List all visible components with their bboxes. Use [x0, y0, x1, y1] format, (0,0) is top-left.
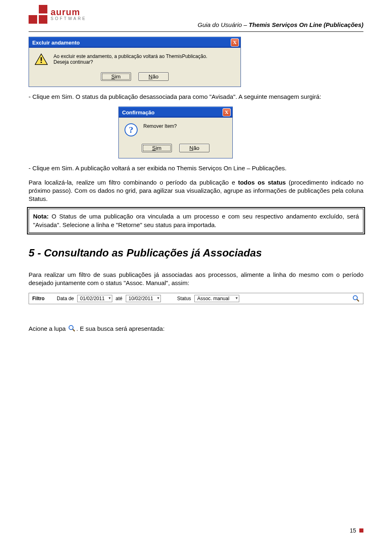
dialog-msg-line1: Ao excluir este andamento, a publicação …: [53, 53, 207, 59]
yes-button[interactable]: SSimim: [142, 144, 172, 152]
para5-b: . E sua busca será apresentada:: [76, 325, 165, 332]
dialog-excluir-andamento: Excluir andamento X Ao excluir este anda…: [29, 37, 241, 87]
section-heading: 5 - Consultando as Publicações já Associ…: [29, 247, 363, 259]
doc-title-prefix: Guia do Usuário –: [198, 21, 249, 28]
brand-logo: aurum SOFTWARE: [29, 5, 87, 24]
svg-point-3: [353, 296, 357, 300]
doc-title-bold: Themis Serviços On Line (Publicações): [249, 21, 363, 28]
svg-rect-1: [41, 57, 42, 61]
logo-text: aurum SOFTWARE: [51, 8, 87, 21]
paragraph-5: Acione a lupa . E sua busca será apresen…: [29, 325, 363, 333]
dialog-confirmacao: Confirmação X ? Remover Item? SSimim NNã…: [118, 107, 233, 158]
dialog-titlebar: Confirmação X: [119, 107, 232, 118]
paragraph-4: Para realizar um filtro de suas publicaç…: [29, 271, 363, 287]
brand-name: aurum: [51, 8, 87, 17]
svg-line-6: [73, 329, 75, 331]
svg-point-5: [69, 325, 73, 330]
filter-label: Filtro: [32, 296, 45, 301]
footer-marker-icon: [359, 528, 363, 533]
note-text: O Status de uma publicação ora vinculada…: [33, 213, 359, 228]
close-icon[interactable]: X: [231, 38, 239, 47]
svg-line-4: [357, 299, 359, 301]
dialog-msg-line2: Deseja continuar?: [53, 59, 207, 65]
note-label: Nota:: [33, 213, 49, 220]
page-number: 15: [350, 527, 356, 534]
header-divider: [29, 31, 363, 32]
dialog-title: Confirmação: [122, 109, 154, 116]
paragraph-3: Para localizá-la, realize um filtro comb…: [29, 178, 363, 203]
dialog-message: Ao excluir este andamento, a publicação …: [53, 53, 207, 65]
date-to-input[interactable]: 10/02/2011: [126, 295, 161, 302]
no-button[interactable]: NNãoão: [179, 144, 209, 152]
label-ate: até: [116, 296, 122, 301]
paragraph-1: - Clique em Sim. O status da publicação …: [29, 93, 363, 101]
warning-icon: [35, 53, 48, 65]
logo-mark-icon: [29, 5, 47, 24]
filter-bar: Filtro Data de 01/02/2011 até 10/02/2011…: [29, 293, 363, 304]
dialog-body: Ao excluir este andamento, a publicação …: [29, 48, 241, 70]
date-from-input[interactable]: 01/02/2011: [77, 295, 112, 302]
yes-button[interactable]: SSimim: [101, 72, 131, 81]
brand-sub: SOFTWARE: [51, 17, 87, 21]
dialog-title: Excluir andamento: [32, 40, 80, 46]
search-icon[interactable]: [352, 295, 360, 302]
paragraph-2: - Clique em Sim. A publicação voltará a …: [29, 164, 363, 172]
label-data-de: Data de: [57, 296, 74, 301]
label-status: Status: [177, 296, 191, 301]
doc-title: Guia do Usuário – Themis Serviços On Lin…: [198, 21, 363, 28]
dialog-buttons: SSimim NNãoão: [119, 141, 232, 158]
dialog-body: ? Remover Item?: [119, 118, 232, 141]
no-button[interactable]: NNãoão: [138, 72, 169, 81]
search-icon: [68, 325, 76, 332]
page-footer: 15: [350, 527, 363, 534]
dialog-buttons: SSimim NNãoão: [29, 70, 241, 87]
close-icon[interactable]: X: [223, 108, 231, 116]
dialog-message: Remover Item?: [143, 123, 177, 136]
page-header: aurum SOFTWARE Guia do Usuário – Themis …: [29, 5, 363, 28]
para5-a: Acione a lupa: [29, 325, 67, 332]
question-icon: ?: [125, 123, 138, 136]
svg-rect-2: [41, 62, 42, 63]
para3-bold: todos os status: [238, 179, 286, 186]
dialog-titlebar: Excluir andamento X: [29, 37, 241, 48]
status-select[interactable]: Assoc. manual: [194, 295, 239, 302]
para3-a: Para localizá-la, realize um filtro comb…: [29, 179, 238, 186]
note-box: Nota: O Status de uma publicação ora vin…: [29, 209, 363, 233]
